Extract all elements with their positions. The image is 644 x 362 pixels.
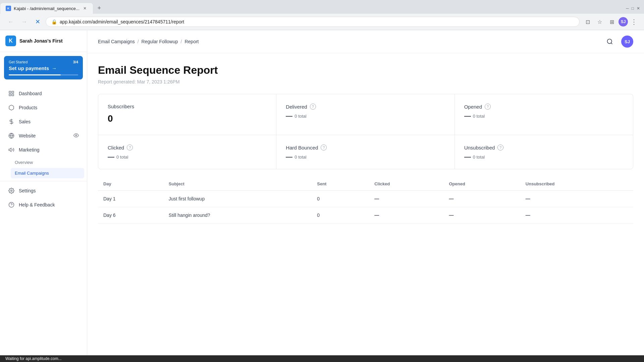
sidebar-item-label-website: Website — [19, 133, 69, 138]
stat-header-clicked: Clicked ? — [108, 144, 267, 150]
stat-card-subscribers: Subscribers 0 — [98, 94, 276, 135]
stat-card-opened: Opened ? 0 total — [455, 94, 633, 135]
stat-card-delivered: Delivered ? 0 total — [276, 94, 454, 135]
cta-top: Get Started 3/4 — [9, 60, 78, 64]
stat-help-unsubscribed[interactable]: ? — [497, 144, 503, 150]
sidebar-item-products[interactable]: Products — [3, 101, 84, 114]
breadcrumb-regular-followup[interactable]: Regular Followup — [142, 39, 178, 44]
stat-sub-text-unsubscribed: 0 total — [473, 155, 485, 160]
stat-sub-delivered: 0 total — [286, 114, 445, 119]
forward-button[interactable]: → — [19, 16, 30, 27]
company-name: Sarah Jonas's First — [19, 38, 63, 44]
cta-progress-badge: 3/4 — [73, 60, 78, 64]
stat-label-delivered: Delivered — [286, 104, 307, 110]
stat-dash-hard-bounced — [286, 157, 292, 158]
stats-grid: Subscribers 0 Delivered ? 0 total — [98, 94, 633, 169]
products-icon — [8, 104, 15, 111]
window-maximize[interactable]: □ — [632, 6, 634, 11]
cell-opened-2: — — [443, 207, 520, 224]
stat-label-unsubscribed: Unsubscribed — [464, 145, 495, 150]
tab-title: Kajabi - /admin/email_sequence... — [14, 6, 79, 11]
report-meta: Report generated: Mar 7, 2023 1:26PM — [98, 79, 633, 84]
cell-day-2: Day 6 — [98, 207, 163, 224]
stat-header-opened: Opened ? — [464, 104, 624, 110]
cell-subject-1: Just first followup — [163, 191, 312, 207]
sidebar-item-dashboard[interactable]: Dashboard — [3, 87, 84, 100]
subnav-overview[interactable]: Overview — [11, 157, 84, 168]
user-avatar[interactable]: SJ — [621, 36, 633, 48]
marketing-subnav: Overview Email Campaigns — [11, 157, 87, 178]
sidebar-nav: Dashboard Products Sales Website — [0, 83, 87, 355]
table-row: Day 6 Still hangin around? 0 — — — — [98, 207, 633, 224]
profile-switcher-icon[interactable]: ⊞ — [606, 16, 617, 27]
stat-help-delivered[interactable]: ? — [310, 104, 316, 110]
stat-help-opened[interactable]: ? — [485, 104, 491, 110]
stat-label-opened: Opened — [464, 104, 482, 110]
app-layout: K Sarah Jonas's First Get Started 3/4 Se… — [0, 30, 644, 355]
reload-button[interactable]: ✕ — [32, 16, 43, 27]
cta-progress-fill — [9, 74, 61, 75]
svg-line-13 — [611, 43, 612, 44]
close-tab-button[interactable]: ✕ — [82, 6, 88, 11]
window-minimize[interactable]: ─ — [626, 6, 629, 11]
col-header-sent: Sent — [312, 177, 369, 191]
search-button[interactable] — [604, 36, 616, 48]
sidebar-item-label-help: Help & Feedback — [19, 202, 79, 207]
cta-action-text: Set up payments — [9, 65, 49, 71]
sidebar: K Sarah Jonas's First Get Started 3/4 Se… — [0, 30, 87, 355]
stat-dash-clicked — [108, 157, 114, 158]
main-content: Email Campaigns / Regular Followup / Rep… — [87, 30, 644, 355]
header-actions: SJ — [604, 36, 633, 48]
sidebar-divider — [0, 181, 87, 181]
cta-action-label: Set up payments → — [9, 65, 78, 71]
sidebar-item-settings[interactable]: Settings — [3, 184, 84, 197]
user-initials: SJ — [625, 39, 630, 44]
window-close[interactable]: ✕ — [637, 6, 640, 11]
new-tab-button[interactable]: + — [95, 4, 104, 13]
sidebar-item-help[interactable]: Help & Feedback — [3, 198, 84, 212]
cast-icon[interactable]: ⊡ — [582, 16, 593, 27]
sidebar-item-label-settings: Settings — [19, 188, 79, 193]
help-icon — [8, 201, 15, 208]
stat-header-unsubscribed: Unsubscribed ? — [464, 144, 624, 150]
bookmark-icon[interactable]: ☆ — [594, 16, 605, 27]
subnav-email-campaigns[interactable]: Email Campaigns — [11, 168, 84, 178]
stat-help-hard-bounced[interactable]: ? — [321, 144, 327, 150]
stat-help-clicked[interactable]: ? — [127, 144, 133, 150]
sidebar-item-label-marketing: Marketing — [19, 147, 79, 153]
website-visibility-icon[interactable] — [73, 133, 79, 139]
stat-card-hard-bounced: Hard Bounced ? 0 total — [276, 135, 454, 169]
browser-menu-button[interactable]: ⋮ — [629, 16, 639, 27]
sidebar-item-marketing[interactable]: Marketing — [3, 143, 84, 157]
back-button[interactable]: ← — [5, 16, 16, 27]
svg-point-12 — [607, 39, 612, 44]
browser-tabs: K Kajabi - /admin/email_sequence... ✕ + … — [0, 0, 644, 14]
get-started-cta[interactable]: Get Started 3/4 Set up payments → — [4, 56, 83, 79]
sidebar-item-sales[interactable]: Sales — [3, 115, 84, 128]
marketing-icon — [8, 146, 15, 153]
sidebar-item-website[interactable]: Website — [3, 129, 84, 142]
cell-subject-2: Still hangin around? — [163, 207, 312, 224]
toolbar-actions: ⊡ ☆ ⊞ SJ ⋮ — [582, 16, 639, 27]
favicon: K — [6, 6, 11, 11]
col-header-subject: Subject — [163, 177, 312, 191]
svg-rect-0 — [9, 91, 11, 93]
active-tab[interactable]: K Kajabi - /admin/email_sequence... ✕ — [0, 3, 93, 14]
address-bar[interactable]: 🔒 app.kajabi.com/admin/email_sequences/2… — [46, 17, 580, 27]
svg-rect-2 — [9, 94, 11, 96]
svg-rect-3 — [12, 94, 14, 96]
stat-dash-opened — [464, 116, 471, 117]
breadcrumb-email-campaigns[interactable]: Email Campaigns — [98, 39, 135, 44]
report-content: Email Sequence Report Report generated: … — [87, 53, 644, 234]
main-header: Email Campaigns / Regular Followup / Rep… — [87, 30, 644, 53]
table-header-row: Day Subject Sent Clicked Opened Unsubscr… — [98, 177, 633, 191]
browser-chrome: K Kajabi - /admin/email_sequence... ✕ + … — [0, 0, 644, 30]
cell-unsubscribed-1: — — [520, 191, 633, 207]
sidebar-item-label-sales: Sales — [19, 119, 79, 124]
table-body: Day 1 Just first followup 0 — — — Day 6 … — [98, 191, 633, 224]
sales-icon — [8, 118, 15, 125]
stat-label-clicked: Clicked — [108, 145, 124, 150]
stat-dash-unsubscribed — [464, 157, 471, 158]
profile-button[interactable]: SJ — [619, 17, 628, 26]
stat-sub-clicked: 0 total — [108, 155, 267, 160]
